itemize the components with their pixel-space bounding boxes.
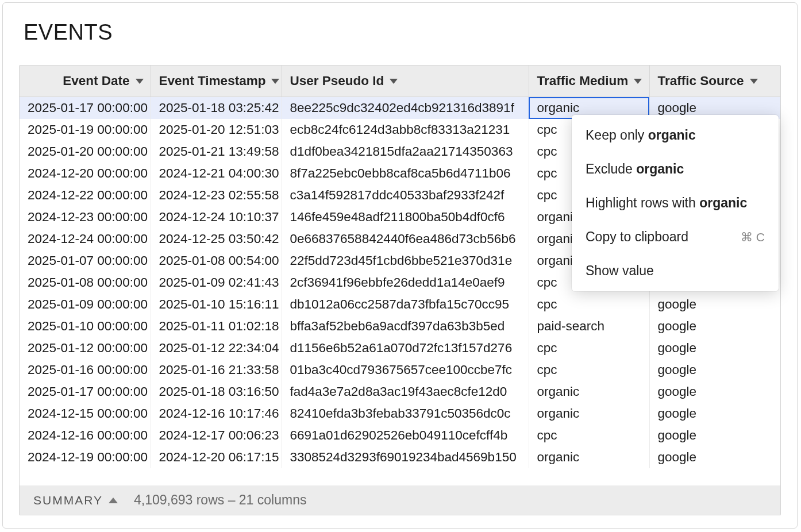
cell-user-pseudo-id[interactable]: d1df0bea3421815dfa2aa21714350363 <box>282 141 529 163</box>
cell-event-date[interactable]: 2024-12-23 00:00:00 <box>20 206 151 228</box>
cell-traffic-medium[interactable]: cpc <box>529 337 649 359</box>
table-row[interactable]: 2025-01-09 00:00:002025-01-10 15:16:11db… <box>20 294 780 315</box>
cell-user-pseudo-id[interactable]: 0e66837658842440f6ea486d73cb56b6 <box>282 228 529 250</box>
menu-value: organic <box>699 195 747 210</box>
cell-user-pseudo-id[interactable]: d1156e6b52a61a070d72fc13f157d276 <box>282 337 529 359</box>
cell-user-pseudo-id[interactable]: db1012a06cc2587da73fbfa15c70cc95 <box>282 294 529 315</box>
caret-down-icon <box>390 79 398 84</box>
menu-show-value[interactable]: Show value <box>572 254 779 288</box>
summary-bar: SUMMARY 4,109,693 rows – 21 columns <box>19 485 781 515</box>
cell-event-timestamp[interactable]: 2024-12-21 04:00:30 <box>151 163 282 184</box>
cell-traffic-medium[interactable]: paid-search <box>529 315 649 337</box>
menu-shortcut: ⌘ C <box>741 230 765 244</box>
cell-traffic-source[interactable]: google <box>649 446 780 468</box>
cell-event-date[interactable]: 2024-12-15 00:00:00 <box>20 403 151 425</box>
cell-traffic-medium[interactable]: organic <box>529 403 649 425</box>
cell-traffic-source[interactable]: google <box>649 425 780 446</box>
cell-event-date[interactable]: 2025-01-08 00:00:00 <box>20 272 151 294</box>
table-row[interactable]: 2025-01-12 00:00:002025-01-12 22:34:04d1… <box>20 337 780 359</box>
menu-value: organic <box>648 128 696 142</box>
table-row[interactable]: 2025-01-10 00:00:002025-01-11 01:02:18bf… <box>20 315 780 337</box>
cell-traffic-source[interactable]: google <box>649 359 780 381</box>
cell-event-timestamp[interactable]: 2024-12-16 10:17:46 <box>151 403 282 425</box>
summary-toggle[interactable]: SUMMARY <box>33 494 118 507</box>
cell-event-timestamp[interactable]: 2025-01-18 03:16:50 <box>151 381 282 403</box>
cell-traffic-source[interactable]: google <box>649 315 780 337</box>
cell-traffic-source[interactable]: google <box>649 337 780 359</box>
col-header-event-timestamp[interactable]: Event Timestamp <box>151 65 282 97</box>
cell-event-timestamp[interactable]: 2025-01-16 21:33:58 <box>151 359 282 381</box>
menu-keep-only[interactable]: Keep only organic <box>572 118 779 152</box>
table-row[interactable]: 2024-12-19 00:00:002024-12-20 06:17:1533… <box>20 446 780 468</box>
menu-label-prefix: Keep only <box>586 128 648 142</box>
cell-event-timestamp[interactable]: 2025-01-10 15:16:11 <box>151 294 282 315</box>
cell-traffic-medium[interactable]: cpc <box>529 359 649 381</box>
cell-event-timestamp[interactable]: 2025-01-21 13:49:58 <box>151 141 282 163</box>
cell-event-date[interactable]: 2025-01-12 00:00:00 <box>20 337 151 359</box>
cell-user-pseudo-id[interactable]: 146fe459e48adf211800ba50b4df0cf6 <box>282 206 529 228</box>
cell-context-menu: Keep only organic Exclude organic Highli… <box>572 115 779 291</box>
cell-event-date[interactable]: 2024-12-16 00:00:00 <box>20 425 151 446</box>
cell-traffic-medium[interactable]: cpc <box>529 425 649 446</box>
menu-highlight-rows[interactable]: Highlight rows with organic <box>572 186 779 220</box>
cell-event-timestamp[interactable]: 2025-01-18 03:25:42 <box>151 97 282 119</box>
cell-event-date[interactable]: 2025-01-19 00:00:00 <box>20 119 151 141</box>
cell-traffic-source[interactable]: google <box>649 403 780 425</box>
cell-event-timestamp[interactable]: 2025-01-20 12:51:03 <box>151 119 282 141</box>
cell-user-pseudo-id[interactable]: 2cf36941f96ebbfe26dedd1a14e0aef9 <box>282 272 529 294</box>
table-row[interactable]: 2024-12-16 00:00:002024-12-17 00:06:2366… <box>20 425 780 446</box>
cell-event-timestamp[interactable]: 2025-01-11 01:02:18 <box>151 315 282 337</box>
cell-event-timestamp[interactable]: 2024-12-17 00:06:23 <box>151 425 282 446</box>
col-header-traffic-source[interactable]: Traffic Source <box>649 65 780 97</box>
cell-traffic-medium[interactable]: cpc <box>529 294 649 315</box>
cell-event-date[interactable]: 2024-12-22 00:00:00 <box>20 184 151 206</box>
cell-event-date[interactable]: 2025-01-17 00:00:00 <box>20 381 151 403</box>
col-header-event-date[interactable]: Event Date <box>20 65 151 97</box>
table-row[interactable]: 2024-12-15 00:00:002024-12-16 10:17:4682… <box>20 403 780 425</box>
menu-label-prefix: Exclude <box>586 161 636 176</box>
cell-event-timestamp[interactable]: 2024-12-25 03:50:42 <box>151 228 282 250</box>
col-header-traffic-medium[interactable]: Traffic Medium <box>529 65 649 97</box>
cell-user-pseudo-id[interactable]: 82410efda3b3febab33791c50356dc0c <box>282 403 529 425</box>
cell-event-timestamp[interactable]: 2025-01-12 22:34:04 <box>151 337 282 359</box>
cell-event-date[interactable]: 2025-01-09 00:00:00 <box>20 294 151 315</box>
cell-user-pseudo-id[interactable]: 8f7a225ebc0ebb8caf8ca5b6d4711b06 <box>282 163 529 184</box>
cell-event-timestamp[interactable]: 2024-12-23 02:55:58 <box>151 184 282 206</box>
cell-traffic-medium[interactable]: organic <box>529 446 649 468</box>
cell-user-pseudo-id[interactable]: 01ba3c40cd793675657cee100ccbe7fc <box>282 359 529 381</box>
cell-traffic-source[interactable]: google <box>649 294 780 315</box>
col-label: Traffic Medium <box>537 74 629 88</box>
cell-event-timestamp[interactable]: 2024-12-20 06:17:15 <box>151 446 282 468</box>
table-row[interactable]: 2025-01-17 00:00:002025-01-18 03:16:50fa… <box>20 381 780 403</box>
cell-event-date[interactable]: 2024-12-24 00:00:00 <box>20 228 151 250</box>
cell-user-pseudo-id[interactable]: 8ee225c9dc32402ed4cb921316d3891f <box>282 97 529 119</box>
cell-event-date[interactable]: 2025-01-10 00:00:00 <box>20 315 151 337</box>
table-header-row: Event Date Event Timestamp User Pseudo I… <box>20 65 780 97</box>
cell-traffic-source[interactable]: google <box>649 381 780 403</box>
cell-user-pseudo-id[interactable]: c3a14f592817ddc40533baf2933f242f <box>282 184 529 206</box>
cell-user-pseudo-id[interactable]: ecb8c24fc6124d3abb8cf83313a21231 <box>282 119 529 141</box>
cell-event-timestamp[interactable]: 2024-12-24 10:10:37 <box>151 206 282 228</box>
cell-user-pseudo-id[interactable]: 6691a01d62902526eb049110cefcff4b <box>282 425 529 446</box>
cell-event-date[interactable]: 2025-01-16 00:00:00 <box>20 359 151 381</box>
summary-info: 4,109,693 rows – 21 columns <box>134 492 306 508</box>
caret-down-icon <box>750 79 758 84</box>
cell-event-date[interactable]: 2025-01-20 00:00:00 <box>20 141 151 163</box>
cell-event-date[interactable]: 2024-12-19 00:00:00 <box>20 446 151 468</box>
cell-traffic-medium[interactable]: organic <box>529 381 649 403</box>
table-row[interactable]: 2025-01-16 00:00:002025-01-16 21:33:5801… <box>20 359 780 381</box>
cell-user-pseudo-id[interactable]: fad4a3e7a2d8a3ac19f43aec8cfe12d0 <box>282 381 529 403</box>
menu-copy-clipboard[interactable]: Copy to clipboard ⌘ C <box>572 220 779 254</box>
cell-event-timestamp[interactable]: 2025-01-09 02:41:43 <box>151 272 282 294</box>
cell-user-pseudo-id[interactable]: bffa3af52beb6a9acdf397da63b3b5ed <box>282 315 529 337</box>
cell-event-date[interactable]: 2024-12-20 00:00:00 <box>20 163 151 184</box>
cell-event-timestamp[interactable]: 2025-01-08 00:54:00 <box>151 250 282 272</box>
menu-label: Show value <box>586 263 654 279</box>
menu-exclude[interactable]: Exclude organic <box>572 152 779 186</box>
cell-user-pseudo-id[interactable]: 22f5dd723d45f1cbd6bbe521e370d31e <box>282 250 529 272</box>
cell-event-date[interactable]: 2025-01-07 00:00:00 <box>20 250 151 272</box>
caret-down-icon <box>271 79 279 84</box>
cell-user-pseudo-id[interactable]: 3308524d3293f69019234bad4569b150 <box>282 446 529 468</box>
col-header-user-pseudo-id[interactable]: User Pseudo Id <box>282 65 529 97</box>
cell-event-date[interactable]: 2025-01-17 00:00:00 <box>20 97 151 119</box>
